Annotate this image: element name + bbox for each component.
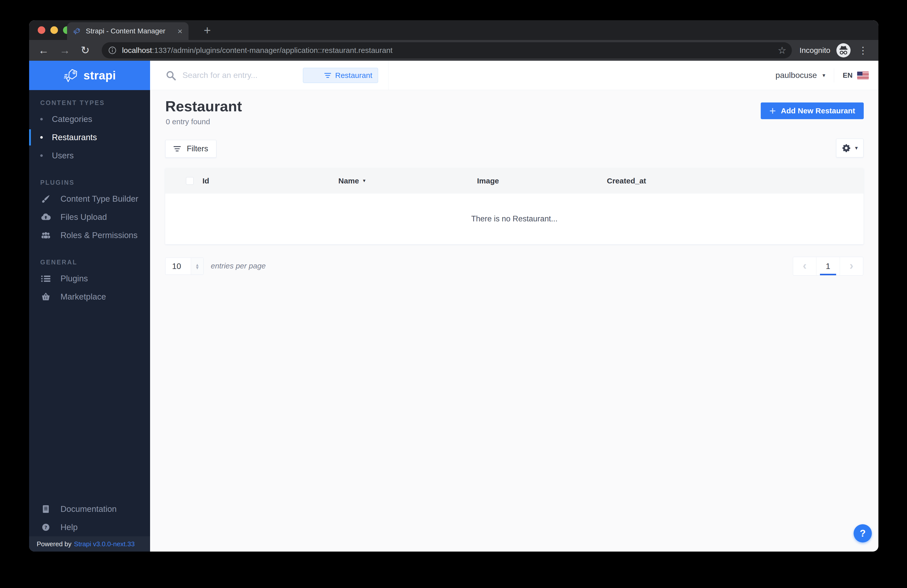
chevron-down-icon: ▾: [822, 72, 825, 79]
url-path: :1337/admin/plugins/content-manager/appl…: [152, 46, 393, 54]
per-page-value: 10: [165, 258, 191, 274]
filter-icon: [324, 72, 331, 79]
sidebar-item-documentation[interactable]: Documentation: [29, 500, 150, 518]
us-flag-icon: [857, 72, 869, 79]
column-header-image[interactable]: Image: [477, 168, 499, 194]
incognito-label: Incognito: [800, 46, 830, 54]
browser-toolbar: ← → ↻ localhost:1337/admin/plugins/conte…: [29, 40, 878, 61]
address-bar[interactable]: localhost:1337/admin/plugins/content-man…: [102, 42, 792, 58]
close-window-button[interactable]: [38, 26, 45, 34]
next-page-button[interactable]: ›: [840, 257, 863, 275]
stepper-down-icon[interactable]: ▾: [196, 266, 199, 269]
minimize-window-button[interactable]: [50, 26, 58, 34]
section-label-general: GENERAL: [29, 259, 150, 266]
cloud-upload-icon: [40, 213, 51, 221]
content-type-filter-chip[interactable]: Restaurant: [303, 68, 378, 83]
locale-code: EN: [843, 71, 853, 79]
sidebar-item-help[interactable]: ? Help: [29, 518, 150, 537]
empty-table-message: There is no Restaurant...: [471, 214, 558, 223]
paintbrush-icon: [40, 195, 51, 203]
previous-page-button[interactable]: ‹: [793, 257, 816, 275]
basket-icon: [40, 293, 51, 301]
column-header-created-at[interactable]: Created_at: [607, 168, 646, 194]
bookmark-star-icon[interactable]: ☆: [778, 45, 786, 56]
entries-table: Id Name▼ Image Created_at There is no Re…: [165, 168, 864, 244]
browser-tab[interactable]: Strapi - Content Manager ×: [67, 22, 189, 40]
strapi-logo[interactable]: strapi: [29, 61, 150, 90]
tab-strip: Strapi - Content Manager × +: [29, 20, 878, 40]
users-icon: [40, 232, 51, 239]
sidebar-item-plugins[interactable]: Plugins: [29, 269, 150, 288]
browser-window: Strapi - Content Manager × + ← → ↻ local…: [29, 20, 878, 551]
url-text: localhost:1337/admin/plugins/content-man…: [122, 46, 393, 54]
window-controls: [38, 26, 71, 34]
username: paulbocuse: [776, 70, 817, 80]
sort-desc-icon: ▼: [362, 178, 367, 183]
filters-button[interactable]: Filters: [165, 140, 216, 158]
column-header-name[interactable]: Name▼: [338, 168, 367, 194]
close-tab-icon[interactable]: ×: [178, 27, 183, 35]
stepper[interactable]: ▴ ▾: [191, 258, 204, 274]
page-number-button[interactable]: 1: [816, 257, 840, 275]
powered-by-prefix: Powered by: [37, 540, 71, 548]
browser-menu-icon[interactable]: ⋮: [858, 45, 868, 56]
app-header: Restaurant paulbocuse ▾ EN: [150, 61, 878, 90]
section-label-plugins: PLUGINS: [29, 179, 150, 186]
filter-chip-label: Restaurant: [335, 71, 372, 80]
search-icon: [166, 70, 176, 80]
gear-icon: [842, 143, 851, 152]
sidebar-item-categories[interactable]: Categories: [29, 110, 150, 128]
strapi-rocket-icon: [63, 67, 79, 83]
sidebar-item-restaurants[interactable]: Restaurants: [29, 128, 150, 146]
entry-count: 0 entry found: [166, 117, 210, 126]
sidebar-item-roles-permissions[interactable]: Roles & Permissions: [29, 226, 150, 244]
bullet-icon: [40, 118, 43, 120]
chevron-left-icon: ‹: [803, 260, 806, 273]
sidebar-footer-links: Documentation ? Help: [29, 500, 150, 537]
list-icon: [40, 275, 51, 282]
select-all-checkbox[interactable]: [186, 177, 194, 185]
forward-icon[interactable]: →: [59, 45, 70, 56]
tab-title: Strapi - Content Manager: [86, 27, 178, 35]
main-area: Restaurant paulbocuse ▾ EN Restaurant 0 …: [150, 61, 878, 551]
chevron-right-icon: ›: [849, 260, 853, 273]
sidebar-nav: CONTENT TYPES Categories Restaurants Use…: [29, 90, 150, 306]
column-header-id[interactable]: Id: [202, 168, 209, 194]
table-body: There is no Restaurant...: [165, 194, 864, 244]
pagination: ‹ 1 ›: [793, 257, 863, 276]
sidebar-item-files-upload[interactable]: Files Upload: [29, 208, 150, 226]
strapi-logo-text: strapi: [83, 69, 116, 82]
content-area: Restaurant 0 entry found + Add New Resta…: [150, 90, 878, 551]
search-input[interactable]: [183, 70, 303, 80]
sidebar-item-marketplace[interactable]: Marketplace: [29, 288, 150, 306]
bullet-icon: [40, 154, 43, 157]
strapi-app: strapi CONTENT TYPES Categories Restaura…: [29, 61, 878, 551]
info-icon[interactable]: [108, 46, 116, 54]
sidebar-item-content-type-builder[interactable]: Content Type Builder: [29, 190, 150, 208]
svg-text:?: ?: [45, 525, 47, 530]
add-new-restaurant-button[interactable]: + Add New Restaurant: [761, 103, 864, 119]
header-divider: [834, 68, 834, 82]
back-icon[interactable]: ←: [38, 45, 49, 56]
locale-selector[interactable]: EN: [843, 71, 869, 79]
section-label-content-types: CONTENT TYPES: [29, 99, 150, 107]
new-tab-button[interactable]: +: [204, 23, 211, 37]
incognito-icon: [836, 43, 851, 58]
powered-by: Powered by Strapi v3.0.0-next.33: [29, 537, 150, 551]
sidebar-item-users[interactable]: Users: [29, 146, 150, 165]
url-host: localhost: [122, 46, 152, 54]
strapi-favicon-icon: [73, 27, 81, 35]
book-icon: [40, 505, 51, 513]
help-fab-button[interactable]: ?: [854, 524, 872, 542]
table-settings-button[interactable]: ▾: [836, 139, 864, 157]
user-menu[interactable]: paulbocuse ▾: [776, 70, 825, 80]
entries-per-page-select[interactable]: 10 ▴ ▾: [165, 258, 204, 275]
search-zone: Restaurant: [150, 61, 388, 90]
page-title: Restaurant: [165, 98, 242, 115]
per-page-label: entries per page: [211, 262, 266, 270]
strapi-version-link[interactable]: Strapi v3.0.0-next.33: [74, 540, 135, 548]
bullet-icon: [40, 136, 43, 139]
reload-icon[interactable]: ↻: [81, 45, 90, 56]
active-page-indicator: [820, 274, 836, 275]
sidebar: strapi CONTENT TYPES Categories Restaura…: [29, 61, 150, 551]
